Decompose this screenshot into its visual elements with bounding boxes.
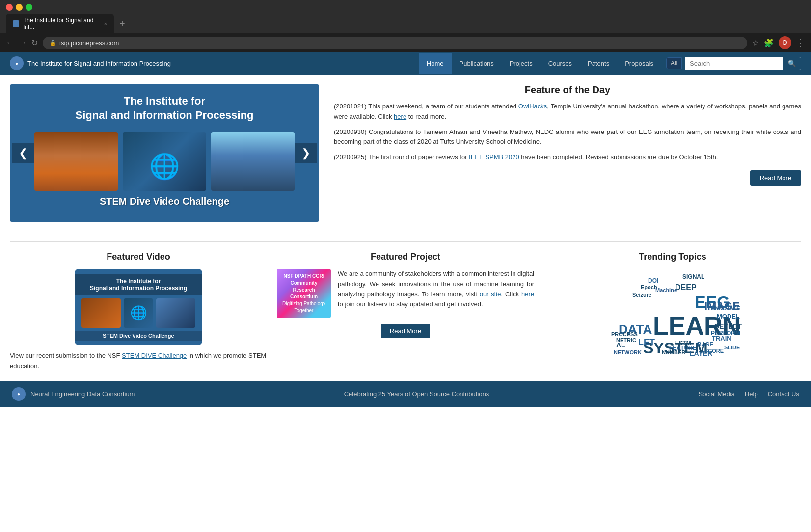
word-cloud-word: NETWORK bbox=[614, 350, 642, 355]
site-logo-icon: ● bbox=[10, 56, 24, 70]
site-logo: ● The Institute for Signal and Informati… bbox=[10, 56, 419, 70]
feature-read-more-button[interactable]: Read More bbox=[750, 170, 801, 186]
url-text: isip.piconepress.com bbox=[59, 39, 119, 47]
word-cloud-word: Epoch bbox=[641, 285, 657, 290]
word-cloud-word: DETECT bbox=[714, 323, 742, 330]
hero-images: 🌐 bbox=[10, 127, 319, 196]
word-cloud-word: BASE bbox=[697, 342, 713, 347]
extensions-icon[interactable]: 🧩 bbox=[764, 38, 774, 48]
word-cloud-word: ANNOTATE bbox=[711, 306, 740, 311]
menu-dots-icon[interactable]: ⋮ bbox=[796, 37, 805, 48]
site-header: ● The Institute for Signal and Informati… bbox=[0, 52, 811, 75]
project-image: NSF DPATH CCRICommunity ResearchConsorti… bbox=[277, 269, 331, 318]
word-cloud-word: PROCESS bbox=[611, 332, 638, 337]
word-cloud: LEARNSYSTEMEEGDATAIMAGEDEEPLAYERMODELDET… bbox=[599, 269, 746, 367]
footer-help-link[interactable]: Help bbox=[745, 390, 758, 398]
footer-org-name: Neural Engineering Data Consortium bbox=[30, 390, 135, 398]
close-window-button[interactable] bbox=[6, 4, 13, 11]
footer-logo-icon: ● bbox=[12, 387, 26, 401]
vt-audience-image bbox=[81, 298, 121, 328]
footer-links: Social Media Help Contact Us bbox=[698, 390, 799, 398]
footer-social-media-link[interactable]: Social Media bbox=[698, 390, 734, 398]
hero-subtitle: STEM Dive Video Challenge bbox=[10, 196, 319, 212]
traffic-lights bbox=[6, 4, 805, 11]
footer-contact-link[interactable]: Contact Us bbox=[768, 390, 799, 398]
stem-dive-link[interactable]: STEM DIVE Challenge bbox=[122, 352, 187, 359]
feature-para-1: (20201021) This past weekend, a team of … bbox=[334, 102, 801, 122]
video-thumb-images: 🌐 bbox=[79, 295, 198, 331]
bottom-sections: Featured Video The Institute forSignal a… bbox=[0, 252, 811, 381]
project-content: NSF DPATH CCRICommunity ResearchConsorti… bbox=[277, 269, 534, 318]
tab-favicon bbox=[13, 20, 19, 27]
word-cloud-word: MODEL bbox=[717, 313, 740, 319]
nav-item-publications[interactable]: Publications bbox=[452, 53, 502, 74]
video-thumbnail[interactable]: The Institute forSignal and Information … bbox=[75, 269, 202, 345]
trending-topics-section: Trending Topics LEARNSYSTEMEEGDATAIMAGED… bbox=[544, 252, 801, 372]
nav-item-proposals[interactable]: Proposals bbox=[617, 53, 661, 74]
hero-section: ❮ The Institute forSignal and Informatio… bbox=[10, 84, 319, 222]
featured-project-title: Featured Project bbox=[277, 252, 534, 262]
our-site-link[interactable]: our site bbox=[480, 291, 501, 298]
active-tab[interactable]: The Institute for Signal and Inf... × bbox=[6, 14, 114, 33]
toolbar-actions: ☆ 🧩 D ⋮ bbox=[752, 36, 805, 49]
featured-project-section: Featured Project NSF DPATH CCRICommunity… bbox=[277, 252, 534, 372]
nav-item-patents[interactable]: Patents bbox=[580, 53, 617, 74]
video-thumb-title: The Institute forSignal and Information … bbox=[75, 274, 202, 295]
lock-icon: 🔒 bbox=[50, 40, 56, 46]
video-thumb-subtitle: STEM Dive Video Challenge bbox=[75, 331, 202, 341]
nav-item-home[interactable]: Home bbox=[419, 53, 452, 74]
slider-next-button[interactable]: ❯ bbox=[295, 143, 317, 163]
feature-of-day-section: Feature of the Day (20201021) This past … bbox=[319, 84, 801, 222]
vt-group-image bbox=[156, 298, 195, 328]
nav-item-courses[interactable]: Courses bbox=[541, 53, 580, 74]
new-tab-button[interactable]: + bbox=[116, 19, 129, 29]
reload-button[interactable]: ↻ bbox=[31, 38, 38, 48]
word-cloud-word: PERFORM bbox=[711, 330, 740, 336]
word-cloud-word: Machine bbox=[655, 288, 677, 293]
search-area: All 🔍 bbox=[666, 57, 801, 70]
tab-close-button[interactable]: × bbox=[104, 21, 107, 27]
hero-slider: ❮ The Institute forSignal and Informatio… bbox=[10, 84, 319, 222]
site-footer: ● Neural Engineering Data Consortium Cel… bbox=[0, 381, 811, 407]
featured-video-section: Featured Video The Institute forSignal a… bbox=[10, 252, 267, 372]
search-input[interactable] bbox=[685, 57, 783, 70]
word-cloud-word: DOI bbox=[648, 278, 658, 284]
project-read-more-button[interactable]: Read More bbox=[381, 324, 430, 338]
featured-video-title: Featured Video bbox=[10, 252, 267, 262]
ieee-spmb-link[interactable]: IEEE SPMB 2020 bbox=[469, 153, 519, 160]
slider-prev-button[interactable]: ❮ bbox=[12, 143, 34, 163]
main-content: ❮ The Institute forSignal and Informatio… bbox=[0, 75, 811, 232]
owlhacks-link[interactable]: OwlHacks bbox=[518, 103, 547, 110]
search-input-wrap: 🔍 bbox=[685, 57, 801, 70]
forward-button[interactable]: → bbox=[19, 38, 27, 47]
search-button[interactable]: 🔍 bbox=[783, 57, 801, 70]
star-icon[interactable]: ☆ bbox=[752, 38, 759, 48]
divider bbox=[10, 241, 801, 242]
url-bar[interactable]: 🔒 isip.piconepress.com bbox=[43, 37, 747, 49]
maximize-window-button[interactable] bbox=[26, 4, 32, 11]
word-cloud-word: NETRIC bbox=[616, 338, 636, 343]
trending-topics-title: Trending Topics bbox=[544, 252, 801, 262]
word-cloud-word: SIGNAL bbox=[682, 274, 704, 280]
footer-center-text: Celebrating 25 Years of Open Source Cont… bbox=[344, 390, 489, 398]
feature-para-2: (20200930) Congratulations to Tameem Ahs… bbox=[334, 127, 801, 148]
tab-bar: The Institute for Signal and Inf... × + bbox=[6, 14, 805, 33]
browser-toolbar: ← → ↻ 🔒 isip.piconepress.com ☆ 🧩 D ⋮ bbox=[0, 33, 811, 52]
here-link-2[interactable]: here bbox=[521, 291, 534, 298]
here-link-1[interactable]: here bbox=[394, 113, 406, 120]
project-description: We are a community of stakeholders with … bbox=[338, 269, 534, 310]
search-type-dropdown[interactable]: All bbox=[666, 57, 682, 69]
site-logo-text: The Institute for Signal and Information… bbox=[27, 60, 171, 67]
hero-title: The Institute forSignal and Information … bbox=[10, 84, 319, 127]
nav-item-projects[interactable]: Projects bbox=[502, 53, 541, 74]
hero-image-globe: 🌐 bbox=[123, 132, 206, 191]
word-cloud-word: FEATURE bbox=[669, 345, 697, 351]
word-cloud-word: LET bbox=[638, 338, 655, 346]
word-cloud-word: SCORE bbox=[704, 348, 724, 354]
back-button[interactable]: ← bbox=[6, 38, 14, 47]
user-avatar[interactable]: D bbox=[779, 36, 791, 49]
feature-para-3: (20200925) The first round of paper revi… bbox=[334, 152, 801, 162]
browser-chrome: The Institute for Signal and Inf... × + bbox=[0, 0, 811, 33]
minimize-window-button[interactable] bbox=[16, 4, 23, 11]
site-nav: Home Publications Projects Courses Paten… bbox=[419, 53, 661, 74]
